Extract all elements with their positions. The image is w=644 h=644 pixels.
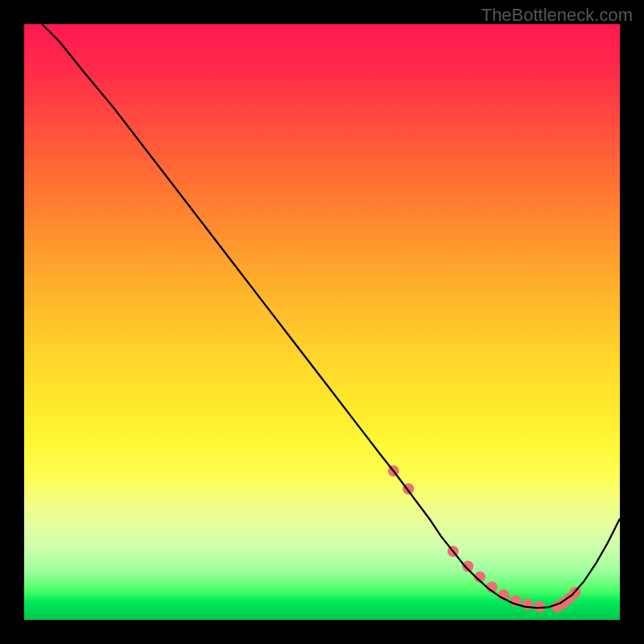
plot-area <box>24 24 620 620</box>
marker-dots-group <box>388 465 581 613</box>
chart-svg <box>24 24 620 620</box>
bottleneck-curve-line <box>42 24 620 608</box>
watermark-text: TheBottleneck.com <box>481 5 633 26</box>
